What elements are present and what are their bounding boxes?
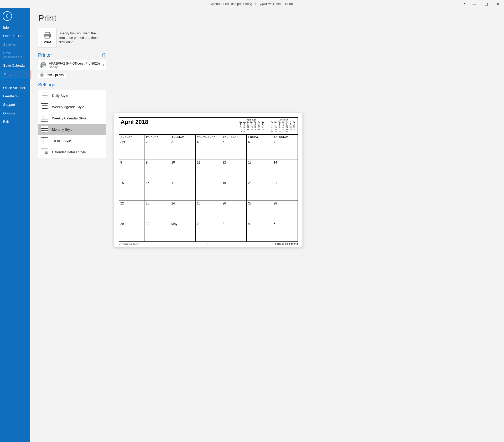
dow-cell: FRIDAY: [247, 135, 272, 139]
sidebar-item-save-attachments: Save Attachments: [0, 49, 30, 62]
calendar-week: 22232425262728: [119, 201, 298, 221]
help-button[interactable]: ?: [459, 0, 469, 8]
calendar-day: 2: [144, 139, 170, 160]
calendar-week: 891011121314: [119, 160, 298, 180]
style-monthly-style[interactable]: Monthly Style: [38, 124, 106, 135]
calendar-day: 23: [144, 201, 170, 221]
svg-rect-0: [45, 32, 49, 34]
back-button[interactable]: [3, 11, 12, 21]
style-label: Monthly Style: [52, 128, 72, 131]
sidebar-item-print[interactable]: Print: [0, 70, 30, 79]
content-area: Print Print Specify how you want the ite…: [30, 8, 504, 442]
printer-status-icon: [40, 62, 47, 68]
mini-calendars: April 2018SuMoTuWeThFrSa1234567891011121…: [239, 119, 296, 132]
calendar-day: 20: [247, 180, 272, 201]
style-weekly-calendar-style[interactable]: Weekly Calendar Style: [38, 113, 106, 124]
calendar-day: 16: [144, 180, 170, 201]
sidebar-item-save-as: Save As: [0, 40, 30, 49]
info-icon[interactable]: i: [102, 53, 106, 57]
calendar-day: 10: [170, 160, 196, 180]
svg-point-3: [49, 34, 50, 35]
settings-heading: Settings: [38, 82, 106, 88]
calendar-day: 29: [119, 221, 144, 241]
style-icon: [41, 103, 48, 110]
sidebar-item-support[interactable]: Support: [0, 101, 30, 109]
calendar-day: 28: [272, 201, 298, 221]
dow-header: SUNDAYMONDAYTUESDAYWEDNESDAYTHURSDAYFRID…: [119, 135, 298, 139]
settings-heading-text: Settings: [38, 82, 55, 88]
style-calendar-details-style[interactable]: Calendar Details Style: [38, 146, 106, 158]
calendar-day: 11: [196, 160, 221, 180]
calendar-day: 5: [221, 139, 247, 160]
backstage-sidebar: InfoOpen & ExportSave AsSave Attachments…: [0, 8, 30, 442]
arrow-left-icon: [5, 14, 10, 18]
calendar-day: 6: [247, 139, 272, 160]
calendar-day: 4: [196, 139, 221, 160]
printer-select[interactable]: HPA2F9A2 (HP Officejet Pro 8620) Ready ▼: [38, 60, 106, 70]
calendar-day: 22: [119, 201, 144, 221]
style-icon: [41, 137, 48, 144]
minimize-button[interactable]: —: [469, 0, 480, 8]
print-button[interactable]: Print: [38, 28, 56, 48]
calendar-day: 13: [247, 160, 272, 180]
style-icon: [41, 149, 48, 155]
print-preview-area: April 2018 April 2018SuMoTuWeThFrSa12345…: [114, 13, 496, 437]
calendar-day: 24: [170, 201, 196, 221]
print-preview-page: April 2018 April 2018SuMoTuWeThFrSa12345…: [114, 113, 303, 247]
sidebar-item-office-account[interactable]: Office Account: [0, 84, 30, 92]
style-tri-fold-style[interactable]: Tri-fold Style: [38, 135, 106, 146]
mini-calendar: April 2018SuMoTuWeThFrSa1234567891011121…: [239, 119, 264, 132]
print-description: Specify how you want the item to be prin…: [59, 31, 98, 45]
sidebar-item-open-export[interactable]: Open & Export: [0, 32, 30, 40]
printer-icon: [43, 32, 51, 39]
svg-rect-5: [42, 62, 45, 64]
style-weekly-agenda-style[interactable]: Weekly Agenda Style: [38, 101, 106, 113]
dow-cell: SUNDAY: [119, 135, 144, 139]
style-label: Daily Style: [52, 94, 68, 98]
dow-cell: SATURDAY: [272, 135, 298, 139]
preview-footer: terry@diswell.com 1 2018-04-03 3:48 PM: [119, 243, 298, 245]
window-controls: ? — ▢ ✕: [459, 0, 504, 8]
svg-rect-8: [41, 74, 44, 76]
calendar-day: 30: [144, 221, 170, 241]
mini-calendar: May 2018SuMoTuWeThFrSa123456789101112131…: [270, 119, 296, 132]
page-title: Print: [38, 13, 106, 23]
calendar-day: 3: [170, 139, 196, 160]
style-label: Weekly Calendar Style: [52, 116, 86, 120]
sidebar-item-feedback[interactable]: Feedback: [0, 92, 30, 101]
style-label: Weekly Agenda Style: [52, 105, 84, 109]
sidebar-item-save-calendar[interactable]: Save Calendar: [0, 61, 30, 70]
calendar-day: 5: [272, 221, 298, 241]
maximize-button[interactable]: ▢: [480, 0, 492, 8]
calendar-day: 7: [272, 139, 298, 160]
mini-cal-title: April 2018: [239, 119, 264, 121]
calendar-week: Apr 1234567: [119, 139, 298, 160]
svg-rect-9: [41, 73, 43, 74]
dow-cell: THURSDAY: [221, 135, 247, 139]
calendar-day: 4: [247, 221, 272, 241]
footer-email: terry@diswell.com: [119, 243, 139, 245]
calendar-day: 12: [221, 160, 247, 180]
calendar-day: 14: [272, 160, 298, 180]
calendar-day: Apr 1: [119, 139, 144, 160]
printer-heading: Printer i: [38, 52, 106, 58]
printer-small-icon: [40, 73, 44, 77]
sidebar-item-options[interactable]: Options: [0, 109, 30, 118]
print-tile-label: Print: [44, 40, 51, 44]
printer-heading-text: Printer: [38, 52, 52, 58]
svg-rect-2: [45, 36, 49, 38]
dow-cell: TUESDAY: [170, 135, 196, 139]
close-button[interactable]: ✕: [492, 0, 504, 8]
titlebar: Calendar (This computer only) - terry@di…: [0, 0, 504, 8]
print-options-button[interactable]: Print Options: [38, 72, 66, 78]
print-style-list: Daily StyleWeekly Agenda StyleWeekly Cal…: [38, 90, 106, 158]
calendar-week: 15161718192021: [119, 180, 298, 201]
sidebar-item-info[interactable]: Info: [0, 23, 30, 32]
sidebar-item-exit[interactable]: Exit: [0, 118, 30, 126]
mini-cal-title: May 2018: [270, 119, 296, 121]
dow-cell: MONDAY: [144, 135, 170, 139]
window-title: Calendar (This computer only) - terry@di…: [210, 2, 294, 6]
dow-cell: WEDNESDAY: [196, 135, 221, 139]
style-icon: [41, 126, 48, 133]
style-daily-style[interactable]: Daily Style: [38, 90, 106, 101]
